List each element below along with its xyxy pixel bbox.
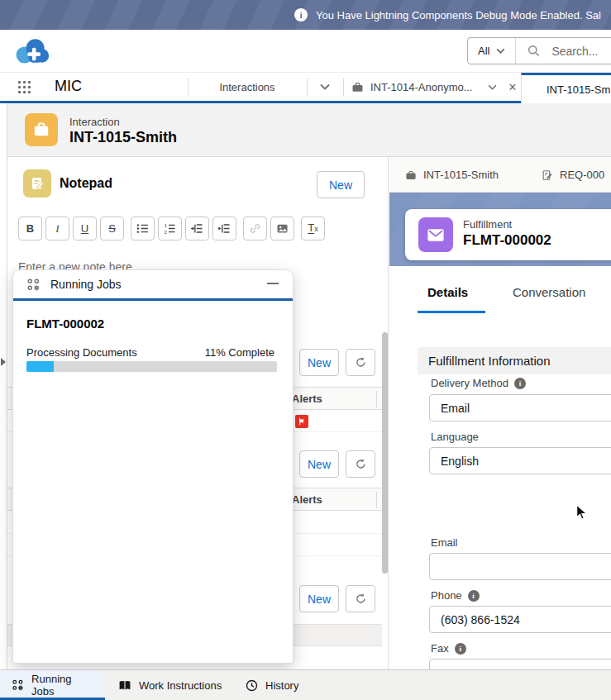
search-scope-label: All [478,45,489,57]
subtab-req[interactable]: REQ-000 [542,157,604,193]
section-title: Fulfillment Information [428,354,551,368]
nav-tab-int-1014-label: INT-1014-Anonymo... [370,81,473,93]
column-divider [376,391,377,407]
notepad-icon [23,169,51,198]
tab-details[interactable]: Details [427,285,468,299]
delivery-method-field[interactable]: Email [429,394,611,421]
chevron-down-icon [320,83,330,90]
info-icon[interactable]: i [468,590,480,602]
nav-tab-int-1014[interactable]: INT-1014-Anonymo... ✕ [351,73,517,101]
minimize-icon[interactable] [265,275,281,292]
indent-button[interactable] [185,217,209,240]
briefcase-icon [351,81,364,93]
column-divider [376,492,377,508]
close-tab-icon[interactable]: ✕ [508,81,518,93]
notepad-new-button[interactable]: New [317,171,365,198]
italic-button[interactable]: I [45,217,69,240]
utility-work-instructions-label: Work Instructions [139,679,222,692]
request-doc-icon [542,169,553,181]
bold-button[interactable]: B [18,217,42,240]
app-launcher-icon[interactable] [17,80,31,94]
debug-banner: i You Have Lightning Components Debug Mo… [0,0,611,30]
refresh-icon [355,458,367,470]
record-header: Interaction INT-1015-Smith [7,103,611,157]
running-jobs-popup-header[interactable]: Running Jobs [13,270,293,301]
utility-history[interactable]: History [234,670,310,700]
global-header: All Search... [0,30,611,73]
record-title: INT-1015-Smith [69,129,177,146]
job-progress-label: 11% Complete [205,346,274,359]
notepad-title: Notepad [60,176,112,191]
refresh-icon [355,356,367,369]
running-jobs-title: Running Jobs [50,278,122,291]
outdent-button[interactable] [212,217,236,240]
utility-running-jobs[interactable]: Running Jobs [0,670,105,700]
interaction-icon [25,113,58,146]
related-list-new-button[interactable]: New [299,585,339,612]
link-icon [249,222,261,235]
fulfillment-envelope-icon [418,217,453,252]
bullet-list-button[interactable] [131,217,155,240]
language-field[interactable]: English [429,447,611,474]
left-panel-scrollbar[interactable] [382,332,388,574]
app-name[interactable]: MIC [55,78,82,95]
running-jobs-icon [26,278,41,292]
briefcase-icon [405,169,417,181]
info-icon[interactable]: i [514,378,526,389]
progress-bar-fill [26,361,54,372]
search-scope-dropdown[interactable]: All [468,38,516,64]
clear-format-button[interactable]: Tx [301,217,325,240]
svg-text:2: 2 [165,230,167,235]
refresh-button[interactable] [346,349,375,376]
info-icon[interactable]: i [455,643,466,655]
email-label: Email [431,536,458,549]
image-icon [276,222,289,235]
numbered-list-button[interactable]: 12 [158,217,182,240]
refresh-button[interactable] [346,450,375,478]
utility-work-instructions[interactable]: Work Instructions [107,670,233,700]
subtab-int-1015-smith[interactable]: INT-1015-Smith [405,157,499,193]
language-label: Language [431,431,479,443]
nav-tab-interactions-menu[interactable] [307,73,343,101]
nav-tab-int-1015-active[interactable]: INT-1015-Sm... [521,73,611,103]
record-entity-label: Interaction [69,116,120,128]
fulfillment-header-card: Fulfillment FLMT-000002 [405,209,611,260]
section-fulfillment-information[interactable]: Fulfillment Information [418,347,611,374]
alerts-column-header[interactable]: Alerts [292,493,322,506]
running-jobs-popup: Running Jobs FLMT-000002 Processing Docu… [12,269,294,664]
fulfillment-entity-label: Fulfillment [463,218,512,231]
global-search: All Search... [467,37,611,64]
left-rail [0,103,7,669]
app-logo-cloud-icon[interactable] [13,35,50,66]
chevron-down-icon [488,84,497,90]
search-input[interactable]: Search... [516,45,609,58]
link-button[interactable] [243,217,267,240]
expand-split-view-icon[interactable] [1,358,6,366]
numbered-list-icon: 12 [164,222,176,235]
active-tab-underline [418,311,485,313]
email-field[interactable] [429,553,611,580]
job-step-label: Processing Documents [26,346,137,359]
delivery-method-label: Delivery Method i [431,377,526,389]
search-icon [527,45,540,57]
utility-bar: Running Jobs Work Instructions History [0,669,611,700]
related-list-new-button[interactable]: New [299,349,339,376]
related-list-new-button[interactable]: New [299,450,339,478]
svg-text:1: 1 [165,223,167,228]
image-button[interactable] [270,217,294,240]
fax-field[interactable] [429,659,611,669]
alerts-column-header[interactable]: Alerts [292,393,322,405]
utility-history-label: History [265,679,298,692]
nav-tab-interactions[interactable]: Interactions [188,73,307,101]
progress-bar [26,361,277,372]
job-id: FLMT-000002 [26,317,104,331]
tab-conversation[interactable]: Conversation [513,285,585,299]
underline-button[interactable]: U [73,217,97,240]
phone-label: Phone i [431,589,480,602]
phone-field[interactable]: (603) 866-1524 [429,606,611,633]
refresh-icon [355,593,367,605]
nav-divider [343,79,344,96]
refresh-button[interactable] [346,585,375,612]
bullet-list-icon [136,222,149,235]
strikethrough-button[interactable]: S [100,217,124,240]
